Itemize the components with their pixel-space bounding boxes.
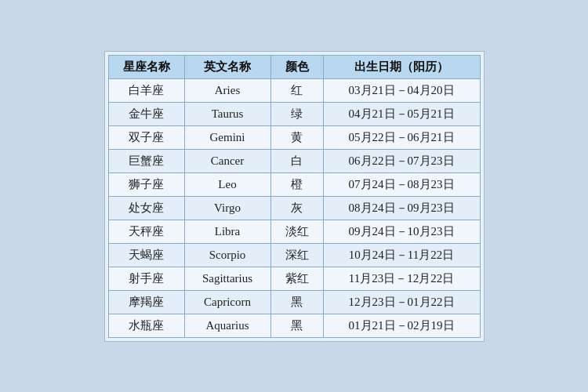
cell-date: 01月21日－02月19日 <box>323 314 480 337</box>
cell-english: Taurus <box>184 102 270 125</box>
cell-english: Libra <box>184 220 270 243</box>
cell-chinese: 金牛座 <box>108 102 184 125</box>
cell-english: Capricorn <box>184 290 270 314</box>
table-row: 处女座Virgo灰08月24日－09月23日 <box>108 196 480 220</box>
zodiac-table-container: 星座名称 英文名称 颜色 出生日期（阳历） 白羊座Aries红03月21日－04… <box>104 51 485 342</box>
table-row: 双子座Gemini黄05月22日－06月21日 <box>108 125 480 149</box>
header-color: 颜色 <box>270 55 323 78</box>
cell-english: Aries <box>184 78 270 102</box>
cell-color: 黄 <box>270 125 323 149</box>
cell-chinese: 处女座 <box>108 196 184 220</box>
header-date: 出生日期（阳历） <box>323 55 480 78</box>
cell-chinese: 白羊座 <box>108 78 184 102</box>
cell-date: 06月22日－07月23日 <box>323 149 480 172</box>
cell-date: 05月22日－06月21日 <box>323 125 480 149</box>
table-row: 射手座Sagittarius紫红11月23日－12月22日 <box>108 267 480 290</box>
table-row: 天蝎座Scorpio深红10月24日－11月22日 <box>108 243 480 267</box>
cell-chinese: 巨蟹座 <box>108 149 184 172</box>
cell-color: 紫红 <box>270 267 323 290</box>
header-chinese: 星座名称 <box>108 55 184 78</box>
table-row: 水瓶座Aquarius黑01月21日－02月19日 <box>108 314 480 337</box>
cell-english: Gemini <box>184 125 270 149</box>
header-english: 英文名称 <box>184 55 270 78</box>
cell-date: 11月23日－12月22日 <box>323 267 480 290</box>
cell-chinese: 双子座 <box>108 125 184 149</box>
table-header-row: 星座名称 英文名称 颜色 出生日期（阳历） <box>108 55 480 78</box>
cell-date: 03月21日－04月20日 <box>323 78 480 102</box>
cell-english: Scorpio <box>184 243 270 267</box>
cell-color: 红 <box>270 78 323 102</box>
cell-chinese: 摩羯座 <box>108 290 184 314</box>
cell-color: 黑 <box>270 314 323 337</box>
cell-english: Sagittarius <box>184 267 270 290</box>
cell-english: Cancer <box>184 149 270 172</box>
table-row: 巨蟹座Cancer白06月22日－07月23日 <box>108 149 480 172</box>
cell-chinese: 天秤座 <box>108 220 184 243</box>
cell-chinese: 天蝎座 <box>108 243 184 267</box>
table-row: 金牛座Taurus绿04月21日－05月21日 <box>108 102 480 125</box>
table-row: 狮子座Leo橙07月24日－08月23日 <box>108 172 480 196</box>
cell-date: 12月23日－01月22日 <box>323 290 480 314</box>
cell-chinese: 射手座 <box>108 267 184 290</box>
table-row: 天秤座Libra淡红09月24日－10月23日 <box>108 220 480 243</box>
cell-color: 淡红 <box>270 220 323 243</box>
cell-color: 白 <box>270 149 323 172</box>
table-row: 摩羯座Capricorn黑12月23日－01月22日 <box>108 290 480 314</box>
cell-date: 07月24日－08月23日 <box>323 172 480 196</box>
table-body: 白羊座Aries红03月21日－04月20日金牛座Taurus绿04月21日－0… <box>108 78 480 337</box>
cell-english: Aquarius <box>184 314 270 337</box>
cell-date: 09月24日－10月23日 <box>323 220 480 243</box>
cell-date: 08月24日－09月23日 <box>323 196 480 220</box>
cell-color: 橙 <box>270 172 323 196</box>
cell-english: Leo <box>184 172 270 196</box>
cell-color: 绿 <box>270 102 323 125</box>
cell-chinese: 水瓶座 <box>108 314 184 337</box>
cell-color: 黑 <box>270 290 323 314</box>
cell-date: 10月24日－11月22日 <box>323 243 480 267</box>
zodiac-table: 星座名称 英文名称 颜色 出生日期（阳历） 白羊座Aries红03月21日－04… <box>108 55 481 338</box>
table-row: 白羊座Aries红03月21日－04月20日 <box>108 78 480 102</box>
cell-date: 04月21日－05月21日 <box>323 102 480 125</box>
cell-color: 深红 <box>270 243 323 267</box>
cell-chinese: 狮子座 <box>108 172 184 196</box>
cell-color: 灰 <box>270 196 323 220</box>
cell-english: Virgo <box>184 196 270 220</box>
